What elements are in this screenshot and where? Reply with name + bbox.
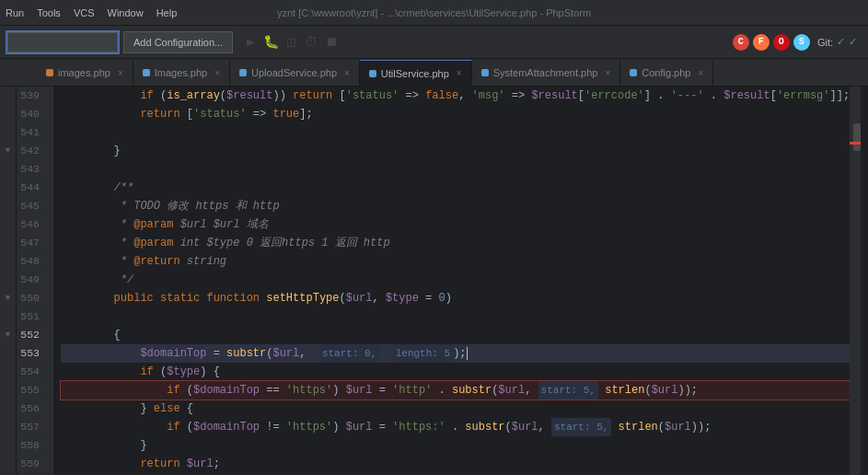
tab-label-config: Config.php: [642, 67, 690, 78]
fold-marker-552[interactable]: ▼: [6, 330, 10, 340]
run-config-dropdown[interactable]: [7, 32, 118, 52]
ln-540: 540: [17, 105, 45, 123]
run-icon[interactable]: ▶: [242, 34, 259, 51]
tab-close-util[interactable]: ×: [457, 68, 462, 78]
fold-550[interactable]: ▼: [0, 289, 16, 307]
chrome-icon[interactable]: C: [733, 34, 749, 51]
tab-icon-images: [143, 69, 150, 76]
ln-548: 548: [17, 252, 45, 271]
ln-557: 557: [17, 418, 45, 436]
tab-icon-util: [369, 70, 376, 77]
code-line-554: if ($type) {: [61, 363, 850, 381]
toolbar-actions: ▶ 🐛 ◫ ⏱ ⏹: [242, 34, 340, 51]
code-line-540: return ['status' => true];: [61, 105, 850, 123]
tab-close-images[interactable]: ×: [214, 68, 220, 78]
safari-icon[interactable]: S: [793, 34, 810, 51]
scrollbar-thumb[interactable]: [853, 123, 861, 151]
tab-upload-service[interactable]: UploadService.php ×: [230, 60, 360, 86]
tab-system-attachment[interactable]: SystemAttachment.php ×: [472, 60, 621, 86]
opera-icon[interactable]: O: [773, 34, 790, 51]
ln-553: 553: [17, 344, 45, 363]
code-line-542: }: [61, 142, 850, 160]
code-line-544: /**: [61, 179, 850, 197]
tab-images-class[interactable]: Images.php ×: [133, 60, 230, 86]
fold-marker-550[interactable]: ▼: [6, 294, 10, 303]
fold-marker-542[interactable]: ▼: [6, 146, 10, 156]
tab-label-upload: UploadService.php: [251, 67, 337, 78]
fold-552[interactable]: ▼: [0, 326, 16, 344]
code-line-547: * @param int $type 0 返回https 1 返回 http: [61, 234, 850, 252]
tab-icon-config: [630, 69, 637, 76]
git-status: Git: ✓ ✓: [817, 36, 857, 48]
code-line-546: * @param $url $url 域名: [61, 215, 850, 234]
git-label: Git:: [817, 37, 833, 48]
ln-550: 550: [17, 289, 45, 307]
error-marker-1: [850, 142, 861, 145]
ln-551: 551: [17, 307, 45, 326]
tab-close-upload[interactable]: ×: [344, 68, 350, 78]
tab-label-attachment: SystemAttachment.php: [493, 67, 598, 78]
code-line-551: [61, 307, 850, 326]
ln-558: 558: [17, 436, 45, 455]
code-area[interactable]: if (is_array($result)) return ['status' …: [53, 87, 850, 475]
fold-542[interactable]: ▼: [0, 142, 16, 160]
tab-close-config[interactable]: ×: [698, 68, 703, 78]
ln-555: 555: [17, 381, 45, 400]
tab-images-php[interactable]: images.php ×: [37, 60, 133, 86]
profile-icon[interactable]: ⏱: [303, 34, 319, 51]
stop-icon[interactable]: ⏹: [323, 34, 340, 51]
code-container: 539 540 541 542 543 544 545 546 547 548 …: [17, 87, 850, 475]
tab-close-attachment[interactable]: ×: [605, 68, 610, 78]
code-line-557: if ($domainTop != 'https') $url = 'https…: [61, 418, 850, 436]
tab-icon-upload: [239, 69, 247, 76]
fold-539: [0, 87, 16, 105]
menu-help[interactable]: Help: [151, 6, 183, 20]
ln-545: 545: [17, 197, 45, 215]
left-gutter: ▼ ▼ ▼: [0, 87, 17, 475]
ln-554: 554: [17, 363, 45, 381]
add-configuration-button[interactable]: Add Configuration...: [123, 31, 233, 53]
ln-547: 547: [17, 234, 45, 252]
code-line-552: {: [61, 326, 850, 344]
tab-util-service[interactable]: UtilService.php ×: [360, 60, 472, 86]
code-line-553: $domainTop = substr($url, start: 0, leng…: [61, 344, 850, 363]
coverage-icon[interactable]: ◫: [283, 34, 299, 51]
ln-546: 546: [17, 215, 45, 234]
editor-main: ▼ ▼ ▼ 539 540 541 542 543 544 545 546 54…: [0, 87, 868, 475]
code-line-545: * TODO 修改 https 和 http: [61, 197, 850, 215]
ln-539: 539: [17, 87, 45, 105]
code-line-539: if (is_array($result)) return ['status' …: [61, 87, 850, 105]
firefox-icon[interactable]: F: [753, 34, 770, 51]
code-line-558: }: [61, 436, 850, 455]
toolbar: Add Configuration... ▶ 🐛 ◫ ⏱ ⏹ C F O S G…: [0, 26, 868, 59]
tab-label-images: Images.php: [155, 67, 207, 78]
ln-549: 549: [17, 271, 45, 289]
git-check-2: ✓: [849, 36, 857, 48]
tab-label-util: UtilService.php: [381, 68, 449, 79]
menu-run[interactable]: Run: [0, 6, 29, 20]
menu-vcs[interactable]: VCS: [68, 6, 100, 20]
ln-556: 556: [17, 400, 45, 418]
ln-541: 541: [17, 123, 45, 142]
ln-559: 559: [17, 455, 45, 473]
code-line-559: return $url;: [61, 455, 850, 473]
code-539-indent: [61, 87, 140, 105]
title-bar: Run Tools VCS Window Help yznt [C:\wwwro…: [0, 0, 868, 26]
tab-icon-attachment: [481, 69, 489, 76]
ln-552: 552: [17, 326, 45, 344]
ln-543: 543: [17, 160, 45, 179]
code-line-555: if ($domainTop == 'https') $url = 'http'…: [61, 381, 850, 400]
code-line-549: */: [61, 271, 850, 289]
scrollbar-track[interactable]: [850, 87, 861, 475]
debug-icon[interactable]: 🐛: [262, 34, 279, 51]
menu-bar: Run Tools VCS Window Help: [0, 6, 182, 20]
browser-icons-group: C F O S: [733, 34, 810, 51]
tab-label-images-php: images.php: [58, 67, 110, 78]
menu-window[interactable]: Window: [102, 6, 149, 20]
tab-close-images-php[interactable]: ×: [118, 68, 123, 78]
code-line-550: public static function setHttpType($url,…: [61, 289, 850, 307]
ln-544: 544: [17, 179, 45, 197]
menu-tools[interactable]: Tools: [31, 6, 66, 20]
tab-config[interactable]: Config.php ×: [620, 60, 713, 86]
code-line-541: [61, 123, 850, 142]
